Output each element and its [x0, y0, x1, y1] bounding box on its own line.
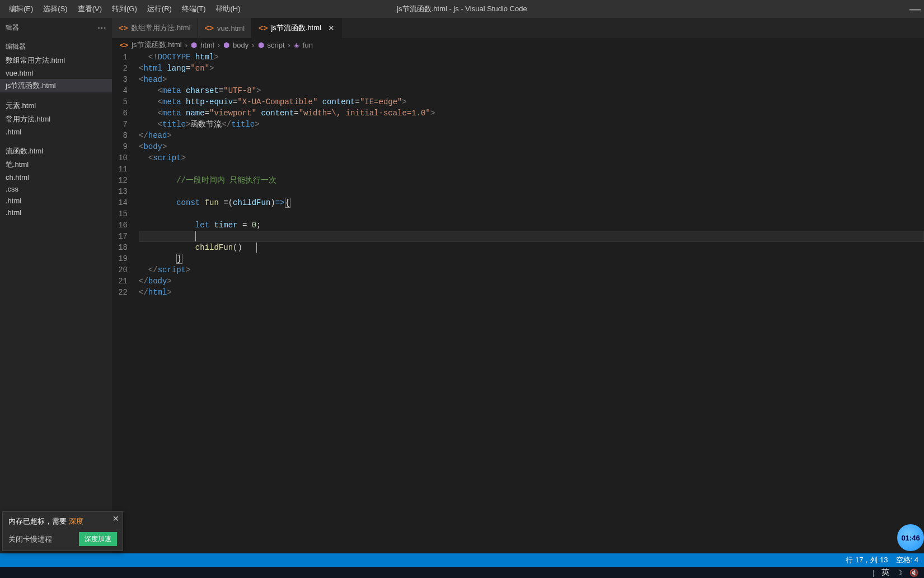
html-icon: <> — [120, 41, 128, 49]
html-icon: <> — [259, 24, 268, 32]
open-file-1[interactable]: vue.html — [0, 67, 112, 79]
divider-icon: | — [873, 568, 875, 577]
tab-1[interactable]: <> vue.html — [198, 18, 252, 38]
accelerate-button[interactable]: 深度加速 — [79, 532, 117, 546]
file-item[interactable]: .html — [0, 195, 112, 207]
element-icon: ⬢ — [223, 41, 229, 49]
html-icon: <> — [205, 24, 214, 32]
code-editor[interactable]: 123 456 789 101112 131415 161718 192021 … — [112, 52, 924, 553]
assistant-time: 01:46 — [901, 534, 920, 542]
assistant-bubble[interactable]: 01:46 — [897, 524, 924, 551]
open-file-2[interactable]: js节流函数.html — [0, 79, 112, 92]
titlebar: 编辑(E) 选择(S) 查看(V) 转到(G) 运行(R) 终端(T) 帮助(H… — [0, 0, 924, 18]
window-title: js节流函数.html - js - Visual Studio Code — [397, 4, 527, 14]
editor-area: <> 数组常用方法.html <> vue.html <> js节流函数.htm… — [112, 18, 924, 553]
file-item[interactable]: .css — [0, 183, 112, 195]
notification-sub: 关闭卡慢进程 — [8, 534, 52, 544]
tab-0[interactable]: <> 数组常用方法.html — [112, 18, 198, 38]
menu-terminal[interactable]: 终端(T) — [177, 2, 210, 16]
file-item[interactable]: ch.html — [0, 171, 112, 183]
bc-node[interactable]: script — [268, 41, 285, 49]
bc-node[interactable]: fun — [303, 41, 313, 49]
gutter: 123 456 789 101112 131415 161718 192021 … — [112, 52, 139, 553]
menu-run[interactable]: 运行(R) — [143, 2, 176, 16]
html-icon: <> — [119, 24, 128, 32]
bc-file[interactable]: js节流函数.html — [132, 40, 182, 50]
sidebar-title: 辑器 — [6, 23, 19, 32]
open-file-0[interactable]: 数组常用方法.html — [0, 54, 112, 67]
file-item[interactable]: 笔.html — [0, 158, 112, 171]
code-content[interactable]: <!DOCTYPE html> <html lang="en"> <head> … — [139, 52, 924, 553]
tab-2[interactable]: <> js节流函数.html ✕ — [252, 18, 342, 38]
sidebar-header: 辑器 ⋯ — [0, 18, 112, 38]
tab-label: js节流函数.html — [271, 23, 321, 33]
cursor-position[interactable]: 行 17，列 13 — [846, 555, 888, 565]
close-icon[interactable]: ✕ — [328, 24, 335, 32]
menu-view[interactable]: 查看(V) — [73, 2, 106, 16]
notification-popup: ✕ 内存已超标，需要 深度 关闭卡慢进程 深度加速 — [2, 511, 123, 551]
taskbar: | 英 ☽ 🔇 — [0, 567, 924, 578]
file-item[interactable]: 常用方法.html — [0, 113, 112, 126]
window-minimize[interactable]: — — [909, 3, 921, 16]
file-item[interactable]: .html — [0, 207, 112, 218]
tabs: <> 数组常用方法.html <> vue.html <> js节流函数.htm… — [112, 18, 924, 38]
tab-label: vue.html — [217, 24, 245, 32]
element-icon: ⬢ — [191, 41, 197, 49]
bc-node[interactable]: body — [233, 41, 248, 49]
statusbar: 行 17，列 13 空格: 4 — [0, 553, 924, 567]
file-item[interactable]: .html — [0, 126, 112, 138]
menu-help[interactable]: 帮助(H) — [211, 2, 245, 16]
breadcrumb[interactable]: <> js节流函数.html › ⬢ html › ⬢ body › ⬢ scr… — [112, 38, 924, 52]
sidebar: 辑器 ⋯ 编辑器 数组常用方法.html vue.html js节流函数.htm… — [0, 18, 112, 553]
spaces-indicator[interactable]: 空格: 4 — [896, 555, 918, 565]
method-icon: ◈ — [294, 41, 299, 49]
notification-text: 内存已超标，需要 深度 — [8, 516, 117, 526]
menubar: 编辑(E) 选择(S) 查看(V) 转到(G) 运行(R) 终端(T) 帮助(H… — [4, 2, 245, 16]
bc-node[interactable]: html — [200, 41, 214, 49]
ime-indicator[interactable]: 英 — [881, 567, 889, 577]
more-icon[interactable]: ⋯ — [97, 22, 106, 33]
menu-select[interactable]: 选择(S) — [39, 2, 72, 16]
sound-icon[interactable]: 🔇 — [909, 568, 918, 577]
element-icon: ⬢ — [258, 41, 264, 49]
close-icon[interactable]: ✕ — [112, 514, 119, 523]
tab-label: 数组常用方法.html — [131, 23, 190, 33]
file-section[interactable]: 流函数.html — [0, 144, 112, 158]
open-editors-label: 编辑器 — [0, 40, 112, 54]
moon-icon[interactable]: ☽ — [896, 568, 903, 577]
file-item[interactable]: 元素.html — [0, 99, 112, 113]
menu-goto[interactable]: 转到(G) — [107, 2, 142, 16]
menu-edit[interactable]: 编辑(E) — [4, 2, 37, 16]
